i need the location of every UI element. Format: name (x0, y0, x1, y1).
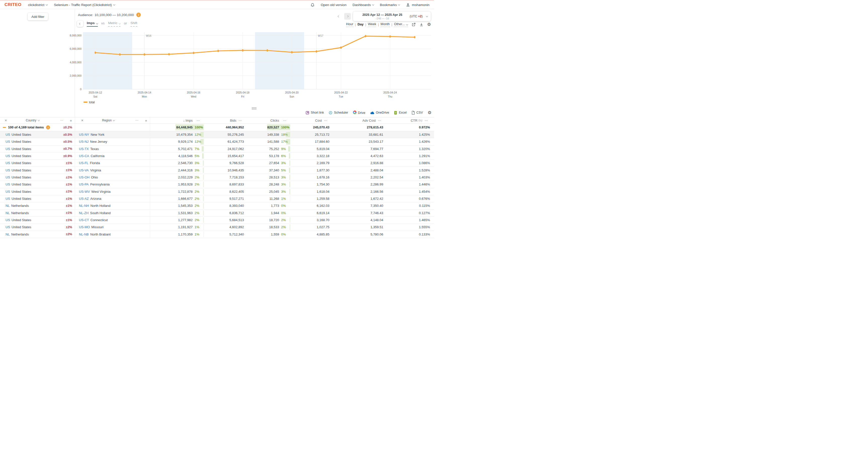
region-code-link[interactable]: US-OH (79, 176, 90, 179)
country-code-link[interactable]: US (5, 176, 10, 179)
chart-point[interactable] (389, 35, 391, 38)
country-code-link[interactable]: NL (5, 232, 10, 236)
table-row[interactable]: US United States ±1% US-WV West Virginia… (0, 188, 434, 195)
table-row[interactable]: US United States ±1% US-FL Florida 2,546… (0, 160, 434, 167)
dashboards-menu[interactable]: Dashboards (352, 3, 374, 7)
region-code-link[interactable]: US-MO (79, 225, 90, 229)
region-code-link[interactable]: US-TX (79, 147, 89, 151)
chart-point[interactable] (340, 46, 342, 49)
chart-point[interactable] (217, 50, 219, 52)
column-menu-icon[interactable]: ⋯ (236, 119, 244, 122)
table-row[interactable]: US United States ±0.5% US-NJ New Jersey … (0, 138, 434, 145)
column-menu-icon[interactable]: ⋯ (322, 119, 330, 122)
open-in-new-icon[interactable] (412, 22, 416, 27)
column-title-country[interactable]: Country (9, 119, 56, 122)
table-row[interactable]: US United States ±0.5% US-NY New York 10… (0, 131, 434, 138)
chart-resize-handle[interactable] (252, 107, 256, 109)
country-code-link[interactable]: US (5, 147, 10, 151)
column-menu-icon[interactable]: ⋯ (193, 119, 204, 122)
region-code-link[interactable]: US-VA (79, 168, 89, 172)
region-code-link[interactable]: US-NJ (79, 140, 89, 144)
table-row[interactable]: NL Netherlands ±1% NL-NH North Holland 1… (0, 202, 434, 209)
summary-info-icon[interactable]: i (46, 125, 50, 129)
chart-point[interactable] (365, 35, 366, 37)
table-row[interactable]: US United States ±0.7% US-TX Texas 5,702… (0, 146, 434, 153)
column-header-adv-cost[interactable]: Adv Cost⋯ (334, 117, 387, 123)
region-code-link[interactable]: US-AZ (79, 197, 89, 200)
granularity-day[interactable]: Day (358, 22, 364, 27)
metric-primary-dropdown[interactable]: Imps (87, 21, 98, 27)
country-code-link[interactable]: US (5, 140, 10, 144)
chart-point[interactable] (144, 53, 145, 56)
export-scheduler[interactable]: Scheduler (329, 111, 348, 115)
chart-point[interactable] (193, 52, 194, 54)
granularity-week[interactable]: Week (368, 22, 376, 27)
export-onedrive[interactable]: OneDrive (370, 111, 389, 115)
download-chart-icon[interactable] (420, 22, 424, 27)
column-menu-icon[interactable]: ⋯ (131, 119, 142, 122)
traffic-line-chart[interactable]: W16W1702,000,0004,000,0006,000,0008,000,… (0, 30, 434, 105)
region-code-link[interactable]: US-FL (79, 161, 89, 165)
country-code-link[interactable]: US (5, 225, 10, 229)
report-menu[interactable]: Selenium - Traffic Report (Clickdistrict… (54, 3, 115, 7)
add-column-icon[interactable]: + (142, 118, 150, 123)
open-old-version-link[interactable]: Open old version (321, 3, 346, 7)
export-csv[interactable]: CSV (411, 111, 423, 115)
table-row[interactable]: US United States ±1% US-AZ Arizona 1,666… (0, 195, 434, 202)
table-row[interactable]: US United States ±1% US-PA Pennsylvania … (0, 181, 434, 188)
country-code-link[interactable]: US (5, 154, 10, 158)
collapse-panel-button[interactable] (77, 21, 83, 27)
table-row[interactable]: US United States ±1% US-VA Virginia 2,44… (0, 167, 434, 174)
country-code-link[interactable]: NL (5, 204, 10, 208)
table-row[interactable]: US United States ±1% US-CT Connecticut 1… (0, 217, 434, 224)
country-code-link[interactable]: US (5, 133, 10, 136)
next-period-button[interactable] (344, 13, 351, 20)
column-header-ctr[interactable]: CTRf(x)⋯ (387, 117, 434, 123)
column-header-cost[interactable]: Cost⋯ (292, 117, 334, 123)
add-column-icon[interactable]: + (67, 118, 75, 123)
region-code-link[interactable]: NL-ZH (79, 211, 89, 215)
region-code-link[interactable]: US-CT (79, 218, 89, 222)
granularity-month[interactable]: Month (381, 22, 390, 27)
notifications-bell-icon[interactable] (310, 2, 315, 7)
region-code-link[interactable]: NL-NH (79, 204, 89, 208)
column-header-bids[interactable]: Bids⋯ (206, 117, 248, 123)
table-row[interactable]: NL Netherlands ±2% NL-NB North Brabant 1… (0, 231, 434, 238)
chart-point[interactable] (242, 49, 243, 52)
export-drive[interactable]: Drive (353, 110, 365, 115)
export-excel[interactable]: Excel (394, 111, 407, 115)
column-title-region[interactable]: Region (86, 119, 131, 122)
chart-point[interactable] (168, 53, 170, 55)
column-menu-icon[interactable]: ⋯ (56, 119, 67, 122)
date-range-picker[interactable]: 2025 Apr 12 — 2025 Apr 25 -14d — -1d (UT… (353, 11, 431, 21)
metric-secondary-dropdown[interactable]: Metric (108, 21, 120, 27)
column-header-clicks[interactable]: Clicks⋯ (248, 117, 292, 123)
region-code-link[interactable]: US-NY (79, 133, 89, 136)
chart-point[interactable] (119, 53, 121, 56)
country-code-link[interactable]: US (5, 168, 10, 172)
user-menu[interactable]: mshamonin (406, 3, 430, 7)
granularity-hour[interactable]: Hour (346, 22, 353, 27)
table-row[interactable]: US United States ±2% US-MO Missouri 1,19… (0, 224, 434, 231)
export-short-link[interactable]: Short link (306, 111, 324, 115)
table-row[interactable]: NL Netherlands ±1% NL-ZH South Holland 1… (0, 210, 434, 217)
column-menu-icon[interactable]: ⋯ (376, 119, 383, 122)
prev-period-button[interactable] (335, 13, 342, 20)
country-code-link[interactable]: US (5, 218, 10, 222)
chart-point[interactable] (95, 52, 96, 54)
shift-toggle[interactable]: Shift (130, 21, 137, 27)
bookmarks-menu[interactable]: Bookmarks (380, 3, 400, 7)
region-code-link[interactable]: US-CA (79, 154, 89, 158)
chart-point[interactable] (316, 50, 317, 53)
table-row[interactable]: US United States ±0.9% US-CA California … (0, 153, 434, 160)
column-header-imps[interactable]: ↓Imps⋯ (150, 117, 206, 123)
chart-point[interactable] (414, 36, 415, 38)
legend-label[interactable]: total (89, 100, 95, 104)
country-code-link[interactable]: NL (5, 211, 10, 215)
remove-column-icon[interactable]: ✕ (79, 119, 86, 122)
remove-column-icon[interactable]: ✕ (2, 119, 9, 122)
account-menu[interactable]: clickdistrict (28, 3, 47, 7)
table-settings-gear-icon[interactable]: ⚙ (428, 110, 432, 115)
country-code-link[interactable]: US (5, 183, 10, 186)
add-filter-button[interactable]: Add filter (28, 13, 48, 20)
